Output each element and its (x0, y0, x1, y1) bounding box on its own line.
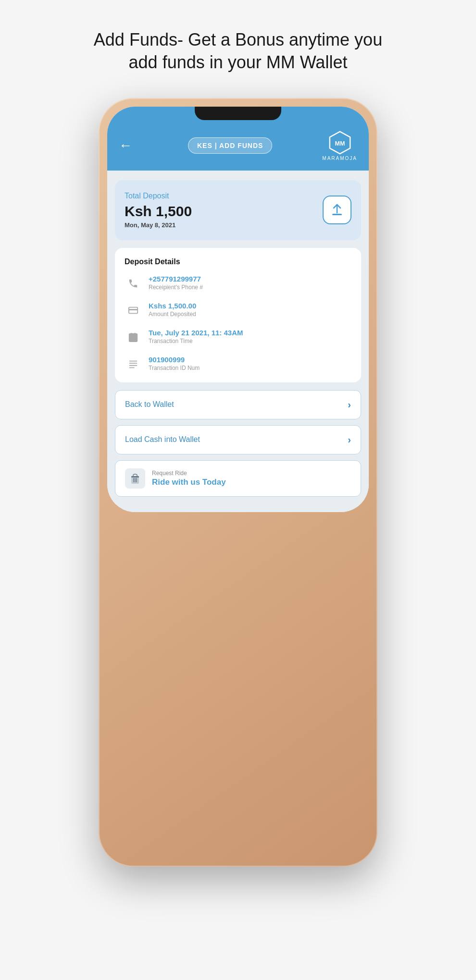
phone-detail-text: +257791299977 Receipient's Phone # (149, 275, 203, 291)
deposit-amount: Ksh 1,500 (125, 203, 192, 220)
logo-name: MARAMOJA (322, 156, 357, 161)
calendar-icon (125, 329, 142, 346)
request-ride-button[interactable]: Request Ride Ride with us Today (115, 460, 361, 497)
svg-text:MM: MM (335, 140, 345, 147)
svg-rect-12 (129, 365, 138, 366)
svg-rect-5 (129, 333, 138, 342)
detail-row-amount: Kshs 1,500.00 Amount Deposited (125, 302, 351, 319)
ride-title: Ride with us Today (152, 478, 226, 487)
list-icon (125, 355, 142, 373)
svg-rect-13 (129, 367, 135, 368)
header-badge[interactable]: KES | ADD FUNDS (188, 137, 272, 154)
amount-sublabel: Amount Deposited (149, 311, 196, 318)
phone-notch (195, 107, 281, 120)
deposit-label: Total Deposit (125, 192, 192, 200)
amount-value: Kshs 1,500.00 (149, 302, 196, 310)
time-sublabel: Transaction Time (149, 338, 243, 344)
details-title: Deposit Details (125, 257, 351, 266)
back-button[interactable]: ← (119, 138, 138, 153)
svg-rect-11 (129, 363, 138, 364)
load-cash-button[interactable]: Load Cash into Wallet › (115, 425, 361, 454)
svg-rect-2 (332, 214, 342, 215)
ride-icon (125, 468, 145, 489)
ride-subtitle: Request Ride (152, 470, 226, 477)
app-content: Total Deposit Ksh 1,500 Mon, May 8, 2021 (107, 171, 369, 512)
phone-frame: ← KES | ADD FUNDS MM MARAMOJA Total Depo… (99, 98, 377, 867)
back-to-wallet-label: Back to Wallet (125, 400, 174, 409)
back-to-wallet-button[interactable]: Back to Wallet › (115, 390, 361, 419)
detail-row-phone: +257791299977 Receipient's Phone # (125, 275, 351, 292)
chevron-right-icon: › (348, 399, 351, 410)
logo-container: MM MARAMOJA (322, 131, 357, 161)
svg-rect-10 (129, 360, 138, 361)
load-cash-label: Load Cash into Wallet (125, 435, 200, 444)
card-icon (125, 302, 142, 319)
deposit-date: Mon, May 8, 2021 (125, 221, 192, 229)
detail-row-txn: 901900999 Transaction ID Num (125, 355, 351, 373)
phone-value: +257791299977 (149, 275, 203, 283)
svg-rect-4 (129, 309, 138, 310)
time-value: Tue, July 21 2021, 11: 43AM (149, 329, 243, 337)
page-title: Add Funds- Get a Bonus anytime you add f… (94, 29, 382, 74)
svg-rect-15 (131, 476, 139, 478)
phone-icon (125, 275, 142, 292)
txn-sublabel: Transaction ID Num (149, 365, 200, 371)
deposit-card: Total Deposit Ksh 1,500 Mon, May 8, 2021 (115, 180, 361, 240)
logo-hex: MM (328, 131, 352, 155)
phone-sublabel: Receipient's Phone # (149, 284, 203, 291)
detail-row-time: Tue, July 21 2021, 11: 43AM Transaction … (125, 329, 351, 346)
deposit-details-card: Deposit Details +257791299977 Receipient… (115, 248, 361, 382)
txn-value: 901900999 (149, 355, 200, 364)
deposit-info: Total Deposit Ksh 1,500 Mon, May 8, 2021 (125, 192, 192, 229)
amount-detail-text: Kshs 1,500.00 Amount Deposited (149, 302, 196, 318)
ride-text: Request Ride Ride with us Today (152, 470, 226, 487)
upload-button[interactable] (323, 196, 351, 224)
time-detail-text: Tue, July 21 2021, 11: 43AM Transaction … (149, 329, 243, 344)
svg-rect-9 (131, 338, 133, 340)
txn-detail-text: 901900999 Transaction ID Num (149, 355, 200, 371)
chevron-right-icon-2: › (348, 434, 351, 445)
phone-inner: ← KES | ADD FUNDS MM MARAMOJA Total Depo… (107, 107, 369, 512)
